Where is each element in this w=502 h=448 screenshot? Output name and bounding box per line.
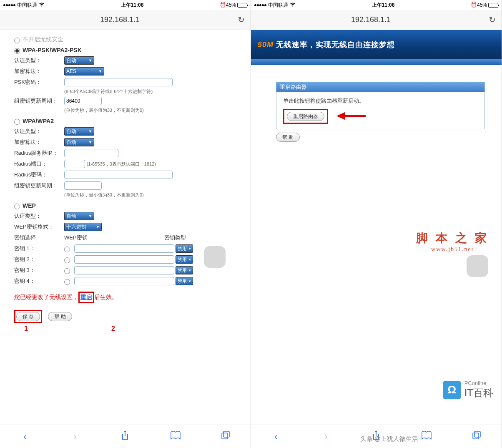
alarm-icon: ⏰ [471,2,477,8]
safari-toolbar: ‹ › [0,425,251,448]
router-banner: 50M无线速率，实现无线自由连接梦想 [251,30,502,59]
help-button[interactable]: 帮 助 [48,312,72,321]
nav-share-icon[interactable] [117,430,133,443]
wep-format-select[interactable]: 十六进制 [64,223,102,231]
panel-title: 重启路由器 [276,82,484,92]
wpa-enc-select[interactable]: 自动 [64,138,94,146]
svg-rect-1 [223,431,229,437]
author-byline: 头条 @上犹人微生活 [360,435,418,443]
radius-ip-input[interactable] [64,149,118,157]
wep-key-4-input[interactable] [74,277,174,285]
radio-wpa-psk[interactable] [14,48,20,54]
wep-key-4-radio[interactable] [64,279,70,285]
svg-rect-0 [222,433,228,439]
nav-bookmarks-icon[interactable] [418,431,435,443]
svg-rect-3 [474,431,480,437]
status-time: 上午11:08 [45,2,220,9]
reboot-button[interactable]: 重启路由器 [287,112,324,121]
reload-icon[interactable]: ↻ [487,15,497,25]
nav-tabs-icon[interactable] [468,430,485,443]
wep-auth-select[interactable]: 自动 [64,212,94,220]
right-screenshot: 中国联通 上午11:08 ⏰ 45% 192.168.1.1 ↻ 50M无线速率… [251,0,502,448]
nav-bookmarks-icon[interactable] [167,431,184,443]
browser-url-bar[interactable]: 192.168.1.1 ↻ [251,10,502,30]
pconline-watermark: Ω PConlineIT百科 [443,380,493,400]
wpapsk-auth-select[interactable]: 自动 [64,56,94,65]
status-bar: 中国联通 上午11:08 ⏰ 45% [251,0,502,10]
nav-forward-icon[interactable]: › [318,431,334,443]
wpapsk-enc-select[interactable]: AES [64,67,104,76]
pconline-logo-icon: Ω [443,381,461,399]
browser-url-bar[interactable]: 192.168.1.1 ↻ [0,10,251,30]
signal-icon [3,4,15,6]
reload-icon[interactable]: ↻ [236,15,246,25]
annotation-1: 1 [24,325,28,332]
nav-back-icon[interactable]: ‹ [268,431,284,443]
router-settings-page: 不开启无线安全 WPA-PSK/WPA2-PSK 认证类型：自动 加密算法：AE… [0,30,251,425]
radio-wpa[interactable] [14,119,20,125]
wpapsk-groupkey-input[interactable] [64,97,102,105]
wep-key-3-radio[interactable] [64,268,70,274]
left-screenshot: 中国联通 上午11:08 ⏰ 45% 192.168.1.1 ↻ 不开启无线安全… [0,0,251,448]
wifi-icon [39,2,45,8]
wep-key-4-type-select[interactable]: 禁用 [176,277,193,285]
reboot-link[interactable]: 重启 [80,294,92,300]
wep-key-2-type-select[interactable]: 禁用 [176,255,193,264]
assistive-touch-icon[interactable] [204,246,226,268]
radius-port-input[interactable] [64,160,85,168]
wep-key-2-input[interactable] [74,255,174,264]
battery-indicator: 45% [226,2,247,8]
reboot-panel: 重启路由器 单击此按钮将使路由器重新启动。 重启路由器 [276,82,485,129]
arrow-annotation-icon [336,111,366,122]
assistive-touch-icon[interactable] [467,255,488,277]
wep-key-3-type-select[interactable]: 禁用 [176,266,193,274]
router-reboot-page: 50M无线速率，实现无线自由连接梦想 重启路由器 单击此按钮将使路由器重新启动。… [251,30,502,425]
status-bar: 中国联通 上午11:08 ⏰ 45% [0,0,251,10]
wep-key-2-radio[interactable] [64,257,70,263]
radius-pw-input[interactable] [64,171,173,179]
wpa-auth-select[interactable]: 自动 [64,127,94,136]
jb51-watermark: 脚 本 之 家 www.jb51.net [416,230,489,253]
radio-no-security[interactable] [14,38,20,43]
svg-rect-2 [473,433,479,439]
alarm-icon: ⏰ [220,2,226,8]
carrier-label: 中国联通 [17,2,37,9]
nav-back-icon[interactable]: ‹ [17,431,33,443]
wep-key-1-type-select[interactable]: 禁用 [176,244,193,253]
wpa-groupkey-input[interactable] [64,181,102,190]
url-text: 192.168.1.1 [4,15,236,24]
annotation-2: 2 [111,325,115,332]
psk-password-input[interactable] [64,78,173,86]
wep-key-1-radio[interactable] [64,247,70,252]
nav-tabs-icon[interactable] [217,430,234,443]
save-button[interactable]: 保 存 [16,312,40,321]
nav-forward-icon[interactable]: › [67,431,83,443]
reboot-notice: 您已经更改了无线设置，重启后生效。 [14,292,239,303]
radio-wep[interactable] [14,204,20,209]
wep-key-1-input[interactable] [74,244,174,253]
wep-key-3-input[interactable] [74,266,174,274]
help-button[interactable]: 帮 助 [276,133,300,142]
wifi-icon [290,2,296,8]
